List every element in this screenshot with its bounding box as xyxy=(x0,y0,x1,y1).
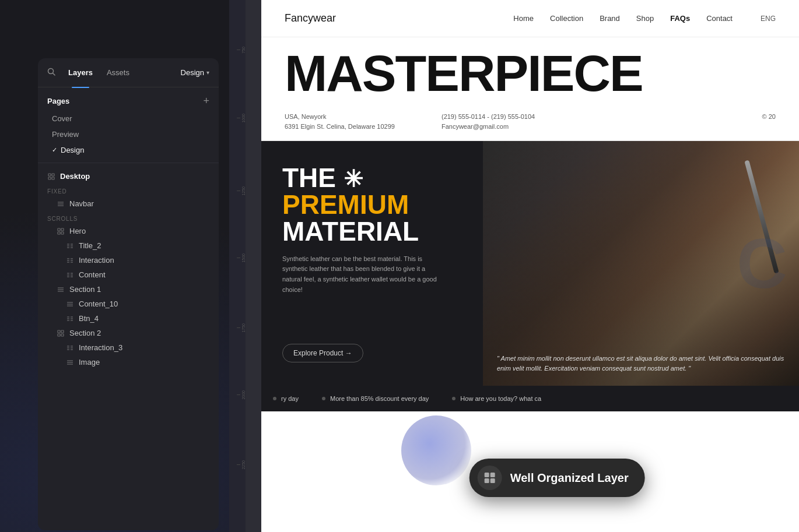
svg-rect-57 xyxy=(490,473,495,477)
toast-icon xyxy=(478,466,502,490)
ruler-mark-1250: 1250 xyxy=(237,186,246,196)
svg-rect-43 xyxy=(58,330,60,333)
svg-rect-4 xyxy=(48,177,51,179)
svg-rect-56 xyxy=(485,473,489,477)
svg-rect-58 xyxy=(485,478,489,483)
pages-header: Pages + xyxy=(47,96,209,106)
product-photo-card: C " Amet minim mollit non deserunt ullam… xyxy=(483,141,799,386)
tab-assets[interactable]: Assets xyxy=(100,65,136,80)
nav-brand[interactable]: Brand xyxy=(600,14,620,23)
copyright: © 20 xyxy=(762,112,776,132)
layer-content10[interactable]: Content_10 xyxy=(38,297,219,311)
ticker-item-0: ry day xyxy=(273,395,299,402)
layer-interaction[interactable]: Interaction xyxy=(38,253,219,267)
page-item-cover[interactable]: Cover xyxy=(47,111,209,126)
svg-rect-2 xyxy=(48,174,51,176)
photo-content: " Amet minim mollit non deserunt ullamco… xyxy=(483,342,799,386)
grid-icon xyxy=(47,172,55,181)
ruler-mark-1750: 1750 xyxy=(237,323,246,333)
website-mockup: Fancywear Home Collection Brand Shop FAQ… xyxy=(261,0,799,532)
site-nav: Fancywear Home Collection Brand Shop FAQ… xyxy=(261,0,799,37)
contact-block: (219) 555-0114 - (219) 555-0104 Fancywea… xyxy=(441,112,535,132)
ticker-dot xyxy=(273,397,276,400)
grid-icon-hero xyxy=(57,227,65,235)
tab-layers[interactable]: Layers xyxy=(61,65,100,80)
svg-rect-12 xyxy=(61,232,64,234)
component-icon-btn4 xyxy=(66,315,74,323)
hero-title: MASTERPIECE xyxy=(285,49,776,98)
component-icon-title2 xyxy=(66,242,74,250)
bars-icon-image xyxy=(66,358,74,367)
layer-interaction3[interactable]: Interaction_3 xyxy=(38,340,219,355)
layer-image[interactable]: Image xyxy=(38,355,219,369)
toast-text: Well Organized Layer xyxy=(510,471,629,485)
ruler-mark-1500: 1500 xyxy=(237,253,246,263)
layer-desktop[interactable]: Desktop xyxy=(38,169,219,184)
cards-section: THE ✳ PREMIUM MATERIAL Synthetic leather… xyxy=(261,141,799,386)
ruler: 750 1000 1250 1500 1750 2000 2250 xyxy=(229,0,246,532)
nav-home[interactable]: Home xyxy=(513,14,534,23)
ruler-mark-1000: 1000 xyxy=(237,114,246,123)
ruler-mark-750: 750 xyxy=(237,47,246,54)
layer-navbar[interactable]: Navbar xyxy=(38,196,219,211)
svg-rect-5 xyxy=(52,177,54,179)
ticker-dot-1 xyxy=(322,397,325,400)
grid-icon-section2 xyxy=(57,329,65,337)
layer-section2[interactable]: Section 2 xyxy=(38,326,219,340)
ruler-mark-2000: 2000 xyxy=(237,390,246,400)
blue-orb xyxy=(401,415,471,485)
nav-lang: ENG xyxy=(761,15,776,23)
svg-rect-44 xyxy=(61,330,64,333)
ticker-item-2: How are you today? what ca xyxy=(452,395,541,402)
layer-btn4[interactable]: Btn_4 xyxy=(38,311,219,326)
layer-hero[interactable]: Hero xyxy=(38,224,219,238)
ticker-dot-2 xyxy=(452,397,455,400)
svg-rect-45 xyxy=(58,334,60,336)
page-item-preview[interactable]: Preview xyxy=(47,126,209,142)
hero-section: MASTERPIECE xyxy=(261,37,799,104)
component-icon-interaction xyxy=(66,256,74,265)
ticker-bar: ry day More than 85% discount every day … xyxy=(261,386,799,411)
chevron-down-icon: ▾ xyxy=(206,69,209,76)
address-block: USA, Newyork 6391 Elgin St. Celina, Dela… xyxy=(285,112,395,132)
nav-faqs[interactable]: FAQs xyxy=(670,14,690,23)
fixed-label: FIXED xyxy=(38,184,219,196)
svg-rect-59 xyxy=(490,478,495,483)
tab-bar: Layers Assets Design ▾ xyxy=(38,58,219,87)
svg-rect-11 xyxy=(58,232,60,234)
nav-shop[interactable]: Shop xyxy=(636,14,654,23)
tab-design[interactable]: Design ▾ xyxy=(181,68,209,77)
canvas-area: Fancywear Home Collection Brand Shop FAQ… xyxy=(245,0,799,532)
left-panel: Layers Assets Design ▾ Pages + Cover Pre… xyxy=(38,58,219,530)
pages-section: Pages + Cover Preview ✓ Design xyxy=(38,87,219,163)
toast-notification: Well Organized Layer xyxy=(469,459,645,497)
hero-info: USA, Newyork 6391 Elgin St. Celina, Dela… xyxy=(261,104,799,141)
component-icon-content xyxy=(66,271,74,279)
pages-title: Pages xyxy=(47,97,69,105)
card-description: Synthetic leather can be the best materi… xyxy=(282,254,446,295)
svg-rect-10 xyxy=(61,228,64,231)
ruler-mark-2250: 2250 xyxy=(237,460,246,470)
layer-content[interactable]: Content xyxy=(38,267,219,282)
site-logo: Fancywear xyxy=(285,12,336,24)
layers-tree: Desktop FIXED Navbar SCROLLS xyxy=(38,163,219,530)
nav-collection[interactable]: Collection xyxy=(550,14,583,23)
add-page-button[interactable]: + xyxy=(203,96,209,106)
card-title: THE ✳ PREMIUM MATERIAL xyxy=(282,164,462,245)
card-cta-button[interactable]: Explore Product → xyxy=(282,344,363,362)
bars-icon xyxy=(57,200,65,208)
layer-section1[interactable]: Section 1 xyxy=(38,282,219,297)
page-item-design[interactable]: ✓ Design xyxy=(47,142,209,158)
bars-icon-content10 xyxy=(66,300,74,308)
checkmark-icon: ✓ xyxy=(52,146,57,154)
nav-contact[interactable]: Contact xyxy=(706,14,733,23)
search-icon[interactable] xyxy=(47,68,55,77)
quote-text: " Amet minim mollit non deserunt ullamco… xyxy=(497,354,785,374)
nav-links: Home Collection Brand Shop FAQs Contact … xyxy=(513,14,776,23)
product-card: THE ✳ PREMIUM MATERIAL Synthetic leather… xyxy=(261,141,483,386)
scrolls-label: SCROLLS xyxy=(38,211,219,224)
svg-line-1 xyxy=(53,73,55,76)
layer-title2[interactable]: Title_2 xyxy=(38,238,219,253)
component-icon-interaction3 xyxy=(66,344,74,352)
svg-rect-3 xyxy=(52,174,54,176)
